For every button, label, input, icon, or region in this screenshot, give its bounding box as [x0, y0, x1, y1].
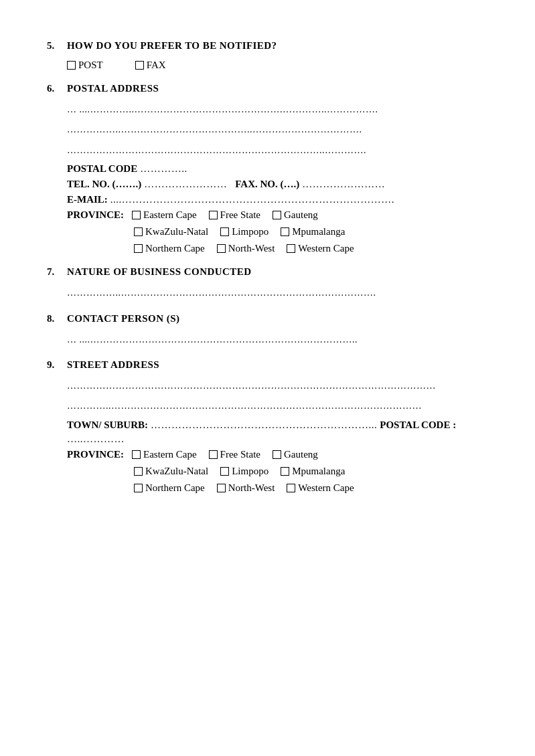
northern-cape-checkbox-street[interactable] — [134, 484, 143, 492]
kwazulu-natal-street[interactable]: KwaZulu-Natal — [134, 466, 208, 477]
town-label: TOWN/ SUBURB: — [67, 419, 148, 431]
northern-cape-checkbox-postal[interactable] — [134, 244, 143, 253]
post-option[interactable]: POST — [67, 60, 103, 71]
postal-line3: ……………………………………………………………………..…………. — [67, 143, 495, 158]
eastern-cape-street[interactable]: Eastern Cape — [132, 449, 197, 460]
fax-label: FAX — [147, 60, 166, 71]
northern-cape-label-street: Northern Cape — [145, 482, 205, 494]
fax-option[interactable]: FAX — [135, 60, 166, 71]
limpopo-checkbox-street[interactable] — [220, 467, 229, 476]
province-label-postal: PROVINCE: — [67, 209, 124, 221]
north-west-street[interactable]: North-West — [217, 482, 275, 494]
town-dots: ………………………………………………………... — [151, 419, 377, 431]
kwazulu-natal-checkbox-postal[interactable] — [134, 227, 143, 236]
eastern-cape-checkbox-street[interactable] — [132, 450, 141, 459]
section-7: 7. NATURE OF BUSINESS CONDUCTED ……………..…… — [47, 266, 495, 300]
north-west-label-postal: North-West — [228, 243, 275, 254]
mpumalanga-postal[interactable]: Mpumalanga — [281, 226, 345, 238]
mpumalanga-checkbox-street[interactable] — [281, 467, 289, 476]
province-row1-postal: PROVINCE: Eastern Cape Free State Gauten… — [67, 209, 495, 221]
free-state-label-postal: Free State — [220, 209, 260, 221]
limpopo-checkbox-postal[interactable] — [220, 227, 229, 236]
town-row: TOWN/ SUBURB: ………………………………………………………... P… — [67, 419, 495, 445]
notification-options: POST FAX — [67, 60, 495, 71]
email-row: E-MAIL: ....……………………………………………………………………. — [67, 194, 495, 205]
gauteng-checkbox-postal[interactable] — [273, 211, 281, 219]
free-state-postal[interactable]: Free State — [209, 209, 260, 221]
fax-checkbox[interactable] — [135, 61, 144, 70]
kwazulu-natal-checkbox-street[interactable] — [134, 467, 143, 476]
province-row3-postal: Northern Cape North-West Western Cape — [134, 243, 495, 254]
free-state-street[interactable]: Free State — [209, 449, 260, 460]
street-line2: …………..…………………………………………………………………………………… — [67, 399, 495, 413]
mpumalanga-checkbox-postal[interactable] — [281, 227, 289, 236]
western-cape-street[interactable]: Western Cape — [287, 482, 354, 494]
western-cape-label-postal: Western Cape — [298, 243, 354, 254]
western-cape-label-street: Western Cape — [298, 482, 354, 494]
province-row3-street: Northern Cape North-West Western Cape — [134, 482, 495, 494]
north-west-checkbox-street[interactable] — [217, 484, 226, 492]
section-6-title: POSTAL ADDRESS — [67, 83, 159, 94]
section-9-number: 9. — [47, 359, 60, 371]
section-8-number: 8. — [47, 313, 60, 324]
postal-code-label: POSTAL CODE — [67, 163, 137, 175]
gauteng-checkbox-street[interactable] — [273, 450, 281, 459]
province-section-postal: PROVINCE: Eastern Cape Free State Gauten… — [67, 209, 495, 254]
gauteng-label-street: Gauteng — [284, 449, 318, 460]
province-section-street: PROVINCE: Eastern Cape Free State Gauten… — [67, 449, 495, 494]
postal-line2: ……………..…………………………………..……………………………. — [67, 122, 495, 137]
section-7-number: 7. — [47, 266, 60, 278]
tel-label: TEL. NO. (…….) — [67, 179, 141, 190]
province-row2-street: KwaZulu-Natal Limpopo Mpumalanga — [134, 466, 495, 477]
postal-line1: … ....…………..……………………………………….…………..……………. — [67, 102, 495, 117]
free-state-label-street: Free State — [220, 449, 260, 460]
province-row2-postal: KwaZulu-Natal Limpopo Mpumalanga — [134, 226, 495, 238]
section-9: 9. STREET ADDRESS …………………………………………………………… — [47, 359, 495, 494]
street-postal-code-label: POSTAL CODE : — [380, 419, 456, 431]
limpopo-street[interactable]: Limpopo — [220, 466, 269, 477]
tel-dots: …………………… — [144, 179, 227, 190]
north-west-checkbox-postal[interactable] — [217, 244, 226, 253]
mpumalanga-street[interactable]: Mpumalanga — [281, 466, 345, 477]
section-8: 8. CONTACT PERSON (S) … ....………………………………… — [47, 313, 495, 347]
section-5: 5. HOW DO YOU PREFER TO BE NOTIFIED? POS… — [47, 40, 495, 71]
section-6-number: 6. — [47, 83, 60, 94]
post-checkbox[interactable] — [67, 61, 76, 70]
contact-line1: … ....……………………………………………………………………….. — [67, 333, 495, 347]
email-label: E-MAIL: — [67, 194, 108, 205]
northern-cape-street[interactable]: Northern Cape — [134, 482, 205, 494]
province-row1-street: PROVINCE: Eastern Cape Free State Gauten… — [67, 449, 495, 460]
limpopo-label-postal: Limpopo — [232, 226, 269, 238]
northern-cape-label-postal: Northern Cape — [145, 243, 205, 254]
limpopo-label-street: Limpopo — [232, 466, 269, 477]
northern-cape-postal[interactable]: Northern Cape — [134, 243, 205, 254]
section-8-title: CONTACT PERSON (S) — [67, 313, 179, 324]
mpumalanga-label-street: Mpumalanga — [292, 466, 345, 477]
north-west-postal[interactable]: North-West — [217, 243, 275, 254]
tel-fax-row: TEL. NO. (…….) …………………… FAX. NO. (….) ……… — [67, 179, 495, 190]
eastern-cape-postal[interactable]: Eastern Cape — [132, 209, 197, 221]
kwazulu-natal-label-postal: KwaZulu-Natal — [145, 226, 208, 238]
western-cape-postal[interactable]: Western Cape — [287, 243, 354, 254]
free-state-checkbox-postal[interactable] — [209, 211, 218, 219]
mpumalanga-label-postal: Mpumalanga — [292, 226, 345, 238]
section-6: 6. POSTAL ADDRESS … ....…………..…………………………… — [47, 83, 495, 254]
limpopo-postal[interactable]: Limpopo — [220, 226, 269, 238]
email-dots: ....……………………………………………………………………. — [110, 194, 394, 205]
province-label-street: PROVINCE: — [67, 449, 124, 460]
section-7-title: NATURE OF BUSINESS CONDUCTED — [67, 266, 252, 278]
section-5-title: HOW DO YOU PREFER TO BE NOTIFIED? — [67, 40, 277, 52]
section-9-title: STREET ADDRESS — [67, 359, 159, 371]
business-line1: ……………..……………………………………………………………………. — [67, 286, 495, 300]
fax-dots-postal: …………………… — [302, 179, 385, 190]
eastern-cape-checkbox-postal[interactable] — [132, 211, 141, 219]
north-west-label-street: North-West — [228, 482, 275, 494]
kwazulu-natal-postal[interactable]: KwaZulu-Natal — [134, 226, 208, 238]
western-cape-checkbox-street[interactable] — [287, 484, 295, 492]
section-5-number: 5. — [47, 40, 60, 52]
western-cape-checkbox-postal[interactable] — [287, 244, 295, 253]
gauteng-postal[interactable]: Gauteng — [273, 209, 318, 221]
free-state-checkbox-street[interactable] — [209, 450, 218, 459]
gauteng-label-postal: Gauteng — [284, 209, 318, 221]
gauteng-street[interactable]: Gauteng — [273, 449, 318, 460]
